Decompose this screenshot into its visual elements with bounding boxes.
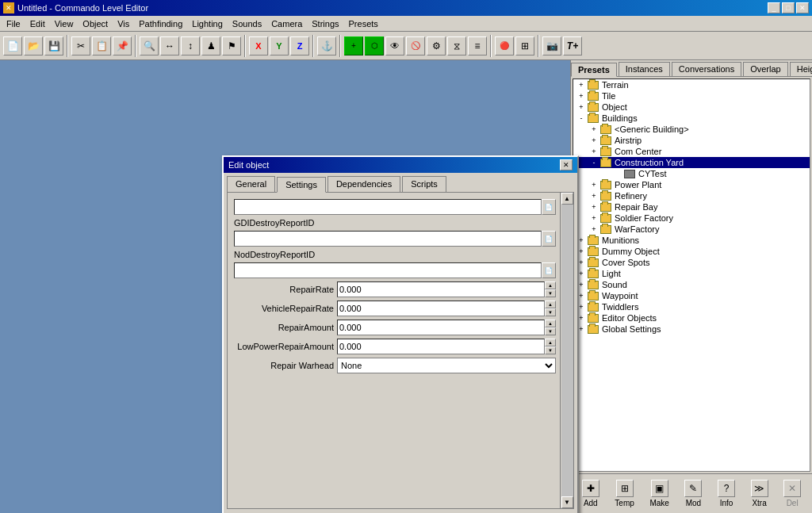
info-btn[interactable]: ? Info — [714, 478, 738, 509]
sf-expand[interactable]: + — [588, 214, 600, 222]
tree-item-terrain[interactable]: + Terrain — [573, 79, 810, 90]
tree-item-global-settings[interactable]: + Global Settings — [573, 323, 810, 335]
toolbar-cam[interactable]: 📷 — [542, 36, 561, 56]
toolbar-t[interactable]: T+ — [563, 36, 582, 56]
menu-camera[interactable]: Camera — [266, 17, 307, 30]
toolbar-copy[interactable]: 📋 — [92, 36, 111, 56]
low-power-up[interactable]: ▲ — [545, 339, 556, 346]
tab-heightfield[interactable]: Heightfield — [790, 62, 812, 76]
tree-item-generic[interactable]: + <Generic Building> — [573, 124, 810, 135]
toolbar-anchor[interactable]: ⚓ — [317, 36, 336, 56]
wf-expand[interactable]: + — [588, 225, 600, 233]
close-button[interactable]: ✕ — [796, 2, 809, 13]
vehicle-repair-input[interactable] — [337, 301, 545, 316]
scroll-down-btn[interactable]: ▼ — [561, 496, 573, 508]
toolbar-r1[interactable]: 🔴 — [495, 36, 514, 56]
toolbar-g2[interactable]: ⬡ — [365, 36, 384, 56]
buildings-expand[interactable]: - — [575, 114, 588, 122]
menu-strings[interactable]: Strings — [307, 17, 343, 30]
tree-item-sound[interactable]: + Sound — [573, 279, 810, 290]
tree-item-refinery[interactable]: + Refinery — [573, 190, 810, 201]
make-btn[interactable]: ▣ Make — [646, 478, 672, 509]
menu-file[interactable]: File — [2, 17, 25, 30]
dialog-tab-settings[interactable]: Settings — [277, 177, 326, 193]
tree-item-war-factory[interactable]: + WarFactory — [573, 224, 810, 235]
dialog-tab-dependencies[interactable]: Dependencies — [327, 176, 400, 192]
pp-expand[interactable]: + — [588, 181, 600, 189]
make-icon[interactable]: ▣ — [651, 480, 668, 497]
tree-item-tile[interactable]: + Tile — [573, 90, 810, 101]
tree-item-power-plant[interactable]: + Power Plant — [573, 179, 810, 190]
tab-overlap[interactable]: Overlap — [743, 62, 788, 76]
toolbar-g6[interactable]: ⧖ — [447, 36, 466, 56]
dialog-tab-scripts[interactable]: Scripts — [402, 176, 446, 192]
rb-expand[interactable]: + — [588, 203, 600, 211]
tab-presets[interactable]: Presets — [571, 63, 617, 77]
toolbar-b2[interactable]: ↔ — [160, 36, 179, 56]
tree-item-cytest[interactable]: + CYTest — [573, 168, 810, 179]
toolbar-r2[interactable]: ⊞ — [515, 36, 534, 56]
toolbar-open[interactable]: 📂 — [24, 36, 43, 56]
ref-expand[interactable]: + — [588, 192, 600, 200]
canvas-area[interactable]: Edit object ✕ General Settings Dependenc… — [0, 60, 570, 513]
tree-item-twiddlers[interactable]: + Twiddlers — [573, 301, 810, 312]
airstrip-expand[interactable]: + — [588, 136, 600, 144]
scroll-track[interactable] — [561, 205, 573, 496]
menu-object[interactable]: Object — [78, 17, 113, 30]
tree-item-waypoint[interactable]: + Waypoint — [573, 290, 810, 301]
repair-amount-up[interactable]: ▲ — [545, 320, 556, 327]
dialog-close-button[interactable]: ✕ — [560, 159, 573, 170]
repair-rate-down[interactable]: ▼ — [545, 289, 556, 297]
tree-item-soldier-factory[interactable]: + Soldier Factory — [573, 212, 810, 224]
repair-amount-down[interactable]: ▼ — [545, 327, 556, 335]
del-icon[interactable]: ✕ — [783, 480, 801, 497]
gdi-top-browse-btn[interactable]: 📄 — [542, 199, 556, 215]
toolbar-new[interactable]: 📄 — [3, 36, 22, 56]
tree-item-buildings[interactable]: - Buildings — [573, 113, 810, 124]
tree-item-editor-objects[interactable]: + Editor Objects — [573, 312, 810, 323]
minimize-button[interactable]: _ — [768, 2, 780, 13]
vehicle-repair-up[interactable]: ▲ — [545, 301, 556, 308]
com-expand[interactable]: + — [588, 147, 600, 155]
toolbar-b3[interactable]: ↕ — [181, 36, 200, 56]
tree-item-dummy[interactable]: + Dummy Object — [573, 246, 810, 257]
cy-expand[interactable]: - — [588, 159, 600, 167]
gdi-top-input[interactable] — [234, 199, 542, 215]
mod-btn[interactable]: ✎ Mod — [681, 478, 705, 509]
dialog-scrollbar[interactable]: ▲ ▼ — [560, 193, 573, 508]
menu-edit[interactable]: Edit — [25, 17, 50, 30]
temp-btn[interactable]: ⊞ Temp — [611, 478, 637, 509]
tab-instances[interactable]: Instances — [619, 62, 670, 76]
menu-pathfinding[interactable]: Pathfinding — [134, 17, 187, 30]
repair-amount-input[interactable] — [337, 320, 545, 335]
toolbar-g5[interactable]: ⚙ — [427, 36, 446, 56]
toolbar-g1[interactable]: + — [344, 36, 363, 56]
tree-item-cover[interactable]: + Cover Spots — [573, 257, 810, 268]
vehicle-repair-down[interactable]: ▼ — [545, 308, 556, 316]
toolbar-b1[interactable]: 🔍 — [140, 36, 159, 56]
tree-item-light[interactable]: + Light — [573, 268, 810, 279]
object-expand[interactable]: + — [575, 103, 588, 111]
menu-sounds[interactable]: Sounds — [228, 17, 266, 30]
toolbar-z[interactable]: Z — [290, 36, 309, 56]
tree-item-airstrip[interactable]: + Airstrip — [573, 135, 810, 146]
generic-expand[interactable]: + — [588, 125, 600, 133]
toolbar-cut[interactable]: ✂ — [71, 36, 90, 56]
low-power-input[interactable] — [337, 339, 545, 354]
temp-icon[interactable]: ⊞ — [616, 480, 634, 497]
nod-browse-btn[interactable]: 📄 — [542, 262, 556, 278]
repair-rate-input[interactable] — [337, 281, 545, 297]
toolbar-x[interactable]: X — [249, 36, 268, 56]
add-btn[interactable]: ✚ Add — [579, 478, 603, 509]
menu-presets[interactable]: Presets — [344, 17, 383, 30]
xtra-btn[interactable]: ≫ Xtra — [748, 478, 772, 509]
tree-item-construction-yard[interactable]: - Construction Yard — [573, 157, 810, 168]
tree-item-repair-bay[interactable]: + Repair Bay — [573, 201, 810, 212]
tree-item-object[interactable]: + Object — [573, 101, 810, 113]
nod-input[interactable] — [234, 262, 542, 278]
toolbar-g7[interactable]: ≡ — [468, 36, 487, 56]
preset-tree[interactable]: + Terrain + Tile + Object - Buildings — [573, 78, 810, 472]
dialog-tab-general[interactable]: General — [227, 176, 275, 192]
scroll-up-btn[interactable]: ▲ — [561, 193, 573, 205]
menu-vis[interactable]: Vis — [113, 17, 134, 30]
